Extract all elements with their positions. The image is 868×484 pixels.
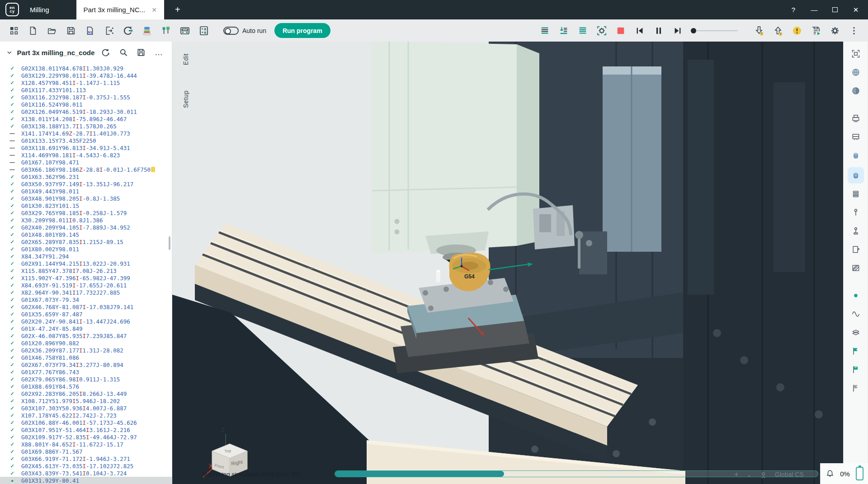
speed-slider-knob[interactable] — [691, 28, 696, 33]
code-line[interactable]: ✓G03X107.951Y-51.464I3.161J-2.216 — [0, 426, 172, 433]
code-line[interactable]: ✓G03X66.919Y-71.172I-1.946J-3.271 — [0, 455, 172, 462]
nc-file-n1-icon[interactable]: N1 — [82, 23, 98, 39]
code-line[interactable]: —X141.174Y14.69Z-28.7I1.401J0.773 — [0, 130, 172, 137]
cs-chevron-icon[interactable]: ⌄ — [747, 471, 752, 478]
code-line[interactable]: ✓X107.178Y45.622I2.742J-2.723 — [0, 412, 172, 419]
global-cs-label[interactable]: Global CS — [775, 471, 804, 478]
code-line[interactable]: ✓X30.209Y98.011I0.8J1.386 — [0, 216, 172, 224]
more-icon[interactable]: … — [152, 46, 165, 59]
code-line[interactable]: ✓G01X48.801Y89.145 — [0, 231, 172, 238]
table-icon[interactable] — [196, 23, 212, 39]
code-line[interactable]: ✓G01X-47.24Y-85.849 — [0, 325, 172, 332]
code-line[interactable]: ✓X108.712Y51.979I5.946J-18.202 — [0, 397, 172, 404]
notifications-bell-icon[interactable] — [826, 469, 834, 478]
save-icon[interactable] — [63, 23, 79, 39]
stock-result-icon[interactable] — [848, 167, 864, 183]
layers-icon[interactable] — [848, 326, 864, 339]
auto-run-toggle-icon[interactable] — [223, 27, 239, 35]
code-line[interactable]: ✓X128.457Y98.451I-1.147J-1.115 — [0, 79, 172, 86]
code-line[interactable]: ✓G01X117.433Y101.113 — [0, 86, 172, 94]
minimize-button[interactable]: — — [806, 3, 823, 17]
refresh-icon[interactable] — [99, 46, 112, 59]
code-line[interactable]: —G03X66.186Y98.186Z-28.8I-0.01J-1.6F750 — [0, 166, 172, 173]
code-line[interactable]: ✓G03X138.188Y13.7I1.578J0.265 — [0, 122, 172, 130]
maximize-button[interactable] — [826, 3, 844, 17]
fit-view-icon[interactable] — [848, 47, 864, 61]
close-window-button[interactable]: ✕ — [847, 3, 864, 17]
code-line[interactable]: ✓G02X46.768Y-81.087I-17.038J79.141 — [0, 303, 172, 310]
code-line[interactable]: ✓G02X45.613Y-73.035I-17.102J72.825 — [0, 462, 172, 470]
code-line[interactable]: ✓G03X48.901Y98.205I-0.8J-1.385 — [0, 195, 172, 202]
code-line[interactable]: ✓X138.011Y14.208I-75.896J-46.467 — [0, 115, 172, 122]
download-warning-icon[interactable]: ! — [751, 23, 767, 39]
stock-material-icon[interactable] — [139, 23, 155, 39]
code-line[interactable]: ✓G01X69.886Y-71.567 — [0, 448, 172, 455]
code-line[interactable]: ●G01X31.929Y-80.41 — [0, 477, 172, 484]
code-line[interactable]: ✓G02X126.049Y46.519I-18.293J-30.011 — [0, 108, 172, 115]
machine-icon[interactable] — [848, 112, 864, 125]
material-sphere-icon[interactable] — [848, 84, 864, 98]
code-line[interactable]: ✓G02X138.011Y84.678I1.303J0.929 — [0, 65, 172, 72]
probe-alt-icon[interactable] — [848, 224, 864, 238]
code-line[interactable]: ✓G03X116.232Y98.187I-0.375J-1.555 — [0, 94, 172, 101]
step-back-icon[interactable] — [632, 23, 648, 39]
sheet-icon[interactable] — [848, 243, 864, 256]
control-box-icon[interactable] — [177, 23, 193, 39]
help-button[interactable]: ? — [785, 3, 802, 17]
search-icon[interactable] — [117, 46, 130, 59]
tab-edit[interactable]: Edit — [182, 53, 189, 65]
code-line[interactable]: ✓G01X67.073Y-79.34 — [0, 296, 172, 303]
panel-scrollbar[interactable] — [169, 236, 170, 250]
code-line[interactable]: ✓G02X67.073Y79.34I3.277J-80.894 — [0, 361, 172, 368]
code-line[interactable]: ✓G02X109.917Y-52.835I-49.464J-72.97 — [0, 433, 172, 441]
flag-teal2-icon[interactable] — [848, 363, 864, 376]
code-line[interactable]: ✓X84.693Y-91.519I-17.655J-20.611 — [0, 282, 172, 289]
code-line[interactable]: ✓G03X43.839Y-73.541I0.104J-3.724 — [0, 470, 172, 477]
toolpath-wave-icon[interactable] — [848, 307, 864, 321]
code-line[interactable]: ✓G03X29.765Y98.185I-0.258J-1.579 — [0, 209, 172, 216]
speed-slider-track[interactable] — [696, 30, 738, 31]
settings-gear-icon[interactable] — [827, 23, 843, 39]
code-line[interactable]: —G01X67.107Y98.471 — [0, 159, 172, 166]
tab-setup[interactable]: Setup — [182, 90, 189, 108]
flag-teal-icon[interactable] — [848, 344, 864, 358]
code-line[interactable]: ✓X82.964Y-90.341I17.732J27.885 — [0, 289, 172, 296]
save-export-icon[interactable] — [808, 23, 824, 39]
open-folder-icon[interactable] — [44, 23, 60, 39]
close-tab-icon[interactable]: ✕ — [151, 6, 157, 14]
code-line[interactable]: ✓G03X129.229Y98.011I-39.478J-16.444 — [0, 72, 172, 79]
code-line[interactable]: ✓G02X36.209Y87.177I1.31J-28.082 — [0, 347, 172, 354]
fixture-stack-icon[interactable] — [848, 187, 864, 201]
cs-plus-icon[interactable]: + — [734, 470, 739, 479]
flag-gray-icon[interactable] — [848, 381, 864, 395]
auto-run-control[interactable]: Auto run — [223, 27, 266, 35]
code-line[interactable]: ✓G02X92.283Y86.205I8.266J-13.449 — [0, 390, 172, 397]
machine-alt-icon[interactable] — [848, 130, 864, 144]
code-line[interactable]: ✓X84.347Y91.294 — [0, 253, 172, 260]
code-line[interactable]: ✓G03X50.937Y97.149I-13.351J-96.217 — [0, 180, 172, 188]
apps-grid-icon[interactable] — [6, 23, 22, 39]
code-line[interactable]: ✓G02X-46.087Y85.935I7.239J85.847 — [0, 332, 172, 339]
code-line[interactable]: ✓G02X20.24Y-90.841I-13.447J24.696 — [0, 318, 172, 325]
tab-milling[interactable]: Milling — [24, 0, 76, 19]
save-icon[interactable] — [135, 46, 148, 59]
tab-document[interactable]: Part 3x milling_NC... ✕ — [76, 0, 164, 19]
code-line[interactable]: ✓G03X107.303Y50.936I4.007J-6.887 — [0, 404, 172, 412]
viewport-3d[interactable]: Z Top Front Right X Edit Setup G54 Machi… — [172, 42, 843, 484]
probe-icon[interactable] — [848, 206, 864, 219]
block-lines-icon[interactable] — [537, 23, 553, 39]
new-tab-button[interactable]: + — [164, 0, 191, 19]
pause-icon[interactable] — [651, 23, 667, 39]
upload-warning-icon[interactable]: ! — [770, 23, 786, 39]
stop-icon[interactable] — [613, 23, 629, 39]
code-line[interactable]: ✓G02X106.88Y-46.001I-57.173J-45.626 — [0, 419, 172, 426]
code-line[interactable]: ✓G01X116.524Y98.011 — [0, 101, 172, 108]
step-into-line-icon[interactable] — [556, 23, 572, 39]
kebab-menu-icon[interactable] — [846, 23, 862, 39]
shaded-sphere-icon[interactable] — [848, 66, 864, 79]
tools-icon[interactable] — [158, 23, 174, 39]
point-icon[interactable] — [848, 289, 864, 302]
gcode-probe-icon[interactable] — [120, 23, 136, 39]
code-line[interactable]: ✓G02X65.289Y87.835I1.215J-89.15 — [0, 238, 172, 245]
code-line[interactable]: —G01X133.15Y73.435F2250 — [0, 137, 172, 144]
